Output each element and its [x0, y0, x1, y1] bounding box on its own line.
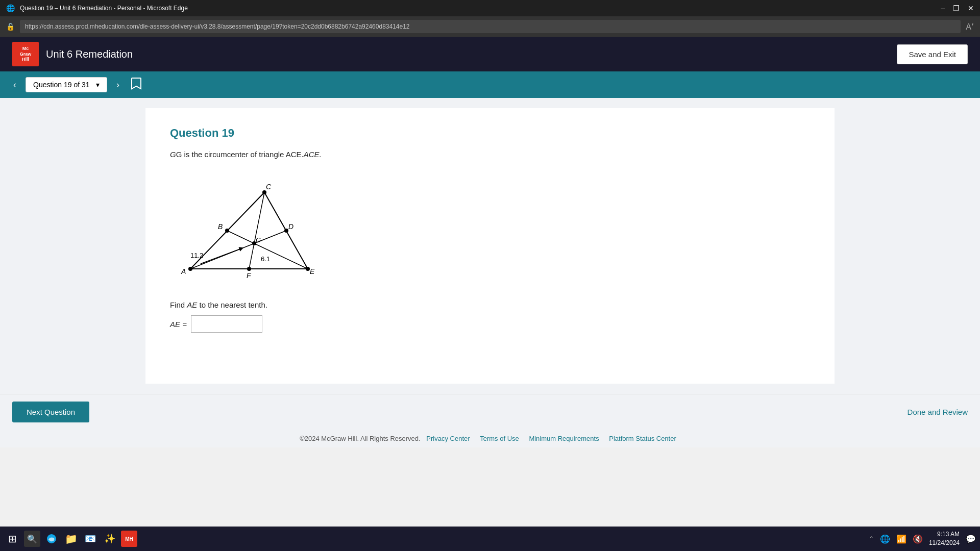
taskbar-chevron-icon[interactable]: ⌃ [869, 535, 874, 542]
measurement-6-1: 6.1 [261, 255, 270, 263]
copyright-text: ©2024 McGraw Hill. All Rights Reserved. [300, 435, 420, 442]
question-title: Question 19 [170, 127, 810, 140]
taskbar-left: ⊞ 🔍 📁 📧 ✨ MH [4, 531, 137, 547]
chevron-down-icon: ▾ [96, 81, 100, 89]
label-C: C [266, 183, 272, 191]
svg-point-4 [188, 267, 192, 271]
taskbar-outlook-icon[interactable]: 📧 [82, 531, 99, 547]
footer-bar: Next Question Done and Review [0, 394, 980, 430]
main-content: Question 19 GG is the circumcenter of tr… [0, 98, 980, 394]
svg-point-5 [306, 267, 310, 271]
answer-section: AE = [170, 315, 810, 333]
browser-window-controls: – ❐ ✕ [941, 4, 974, 12]
clock-time: 9:13 AM [929, 530, 960, 539]
prev-question-button[interactable]: ‹ [9, 78, 20, 92]
question-intro-text: GG is the circumcenter of triangle ACE.A… [170, 150, 810, 159]
navigation-bar: ‹ Question 19 of 31 ▾ › [0, 71, 980, 98]
bookmark-button[interactable] [131, 77, 142, 93]
question-card: Question 19 GG is the circumcenter of tr… [145, 108, 835, 384]
next-question-button[interactable]: Next Question [12, 402, 89, 422]
browser-addressbar: 🔒 https://cdn.assess.prod.mheducation.co… [0, 16, 980, 37]
lock-icon: 🔒 [6, 22, 15, 31]
app-header-left: Mc Graw Hill Unit 6 Remediation [12, 42, 133, 66]
geometry-diagram: A E C B D F G 11.2 6.1 [175, 167, 328, 289]
restore-button[interactable]: ❐ [953, 4, 960, 12]
svg-point-6 [262, 190, 266, 194]
question-selector-label: Question 19 of 31 [33, 81, 90, 89]
start-button[interactable]: ⊞ [4, 531, 21, 547]
copyright-bar: ©2024 McGraw Hill. All Rights Reserved. … [0, 430, 980, 447]
next-question-nav-button[interactable]: › [112, 78, 124, 92]
done-review-link[interactable]: Done and Review [908, 408, 968, 416]
save-exit-button[interactable]: Save and Exit [897, 44, 968, 64]
browser-title: Question 19 – Unit 6 Remediation - Perso… [20, 5, 941, 12]
taskbar: ⊞ 🔍 📁 📧 ✨ MH ⌃ 🌐 📶 🔇 9:13 AM 11/24/2024 … [0, 527, 980, 551]
time-display: 9:13 AM 11/24/2024 [929, 530, 960, 547]
reader-mode-icon[interactable]: Aʼ [966, 22, 974, 32]
label-F: F [247, 271, 252, 280]
label-D: D [288, 222, 293, 231]
taskbar-wifi-icon: 📶 [896, 534, 906, 544]
close-button[interactable]: ✕ [968, 4, 974, 12]
address-bar[interactable]: https://cdn.assess.prod.mheducation.com/… [20, 20, 961, 33]
minimize-button[interactable]: – [941, 4, 945, 12]
svg-line-11 [201, 248, 241, 264]
taskbar-edge-icon[interactable] [43, 531, 60, 547]
question-selector-dropdown[interactable]: Question 19 of 31 ▾ [26, 77, 107, 92]
app-title: Unit 6 Remediation [46, 48, 133, 60]
minimum-requirements-link[interactable]: Minimum Requirements [529, 435, 599, 442]
answer-input[interactable] [191, 315, 262, 333]
browser-favicon: 🌐 [6, 4, 15, 12]
label-G: G [256, 236, 261, 244]
find-ae-text: Find AEFind AE to the nearest tenth. to … [170, 300, 810, 309]
measurement-11-2: 11.2 [190, 252, 203, 259]
taskbar-folder-icon[interactable]: 📁 [63, 531, 79, 547]
taskbar-network-icon: 🌐 [880, 534, 890, 544]
platform-status-center-link[interactable]: Platform Status Center [609, 435, 676, 442]
taskbar-search[interactable]: 🔍 [24, 531, 40, 547]
terms-of-use-link[interactable]: Terms of Use [480, 435, 519, 442]
taskbar-volume-icon: 🔇 [913, 534, 923, 544]
label-E: E [310, 267, 315, 276]
taskbar-copilot-icon[interactable]: ✨ [102, 531, 118, 547]
svg-point-9 [247, 267, 251, 271]
mcgraw-hill-logo: Mc Graw Hill [12, 42, 39, 66]
taskbar-mcgraw-icon[interactable]: MH [121, 531, 137, 547]
answer-label: AE = [170, 320, 187, 329]
diagram-container: A E C B D F G 11.2 6.1 [175, 167, 810, 291]
label-A: A [181, 267, 186, 276]
privacy-center-link[interactable]: Privacy Center [426, 435, 470, 442]
notification-icon[interactable]: 💬 [966, 534, 976, 544]
browser-titlebar: 🌐 Question 19 – Unit 6 Remediation - Per… [0, 0, 980, 16]
app-header: Mc Graw Hill Unit 6 Remediation Save and… [0, 37, 980, 71]
svg-point-7 [225, 229, 229, 233]
label-B: B [218, 222, 223, 231]
svg-marker-0 [190, 192, 308, 269]
taskbar-right: ⌃ 🌐 📶 🔇 9:13 AM 11/24/2024 💬 [869, 530, 976, 547]
clock-date: 11/24/2024 [929, 539, 960, 547]
svg-point-8 [284, 229, 288, 233]
